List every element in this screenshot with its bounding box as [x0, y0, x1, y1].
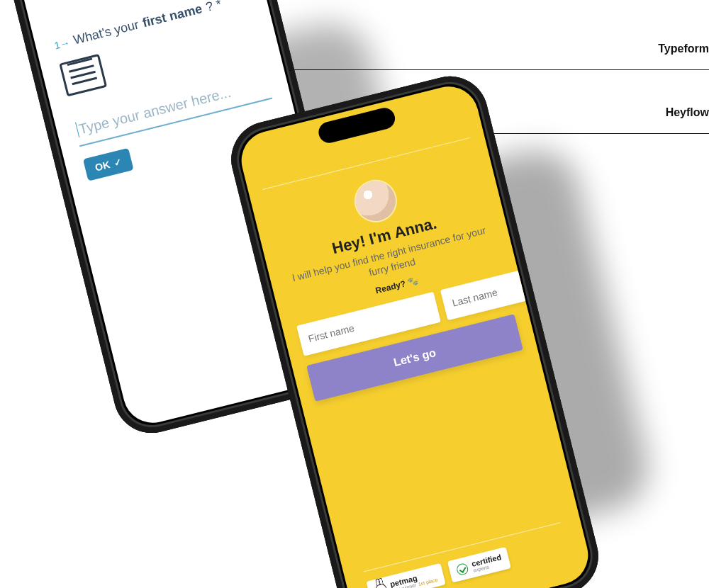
question-number: 1→ [53, 37, 71, 52]
badge-petmag: petmag Test winner1st place [366, 563, 446, 588]
text-icon [59, 54, 107, 97]
check-circle-icon [456, 562, 469, 575]
avatar [352, 177, 400, 225]
label-typeform: Typeform [658, 43, 709, 55]
paw-icon: 🐾 [406, 276, 419, 288]
bunny-icon [374, 582, 388, 588]
ok-button[interactable]: OK ✓ [83, 148, 134, 181]
question-text: 1→ What's your first name? * [52, 0, 249, 52]
divider [461, 133, 709, 134]
divider [262, 137, 470, 190]
check-icon: ✓ [113, 156, 123, 168]
label-heyflow: Heyflow [666, 106, 709, 119]
badge-certified: certified experts [447, 547, 511, 583]
